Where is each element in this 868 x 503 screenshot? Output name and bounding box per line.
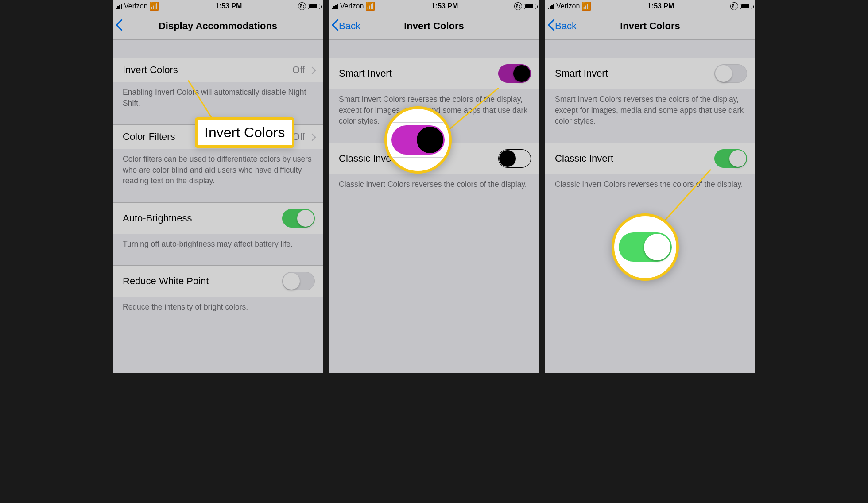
magnified-toggle-icon — [391, 125, 445, 155]
row-value: Off — [292, 64, 305, 76]
back-button[interactable] — [116, 21, 122, 31]
clock-label: 1:53 PM — [215, 2, 242, 10]
classic-invert-footer: Classic Invert Colors reverses the color… — [329, 174, 539, 190]
invert-colors-row[interactable]: Invert Colors Off — [113, 58, 323, 82]
wifi-icon: 📶 — [581, 1, 591, 11]
chevron-left-icon — [116, 21, 122, 31]
row-label: Reduce White Point — [123, 275, 209, 287]
reduce-white-point-toggle[interactable] — [282, 272, 315, 290]
signal-icon — [548, 4, 554, 9]
carrier-label: Verizon — [124, 2, 147, 10]
wifi-icon: 📶 — [149, 1, 159, 11]
carrier-label: Verizon — [340, 2, 364, 10]
battery-icon — [308, 4, 320, 9]
back-button[interactable]: Back — [548, 20, 577, 32]
status-bar: Verizon 📶 1:53 PM ↻ — [545, 0, 755, 12]
auto-brightness-footer: Turning off auto-brightness may affect b… — [113, 234, 323, 250]
row-label: Color Filters — [123, 131, 175, 143]
rotation-lock-icon: ↻ — [730, 2, 738, 10]
clock-label: 1:53 PM — [431, 2, 458, 10]
reduce-white-point-footer: Reduce the intensity of bright colors. — [113, 297, 323, 313]
auto-brightness-row: Auto-Brightness — [113, 202, 323, 234]
smart-invert-toggle[interactable] — [714, 64, 747, 83]
classic-invert-toggle[interactable] — [498, 149, 531, 168]
row-label: Smart Invert — [555, 68, 608, 79]
nav-bar: Display Accommodations — [113, 12, 323, 40]
nav-bar: Back Invert Colors — [545, 12, 755, 40]
phone-2-invert-colors-smart: Verizon 📶 1:53 PM ↻ Back Invert Colors — [329, 0, 539, 373]
battery-icon — [740, 4, 752, 9]
row-label: Smart Invert — [339, 68, 392, 79]
chevron-right-icon — [310, 131, 315, 143]
chevron-right-icon — [310, 64, 315, 76]
signal-icon — [332, 4, 338, 9]
auto-brightness-toggle[interactable] — [282, 209, 315, 228]
page-title: Display Accommodations — [159, 20, 277, 32]
smart-invert-footer: Smart Invert Colors reverses the colors … — [545, 89, 755, 127]
callout-badge: Invert Colors — [195, 117, 294, 148]
chevron-left-icon — [332, 21, 338, 31]
invert-colors-footer: Enabling Invert Colors will automaticall… — [113, 82, 323, 108]
magnifier-callout — [384, 106, 452, 174]
row-label: Auto-Brightness — [123, 213, 192, 224]
carrier-label: Verizon — [556, 2, 580, 10]
magnifier-callout — [612, 213, 679, 281]
chevron-left-icon — [548, 21, 554, 31]
nav-bar: Back Invert Colors — [329, 12, 539, 40]
wifi-icon: 📶 — [365, 1, 375, 11]
magnified-toggle-icon — [619, 232, 672, 262]
smart-invert-row: Smart Invert — [545, 58, 755, 89]
page-title: Invert Colors — [620, 20, 680, 32]
color-filters-footer: Color filters can be used to differentia… — [113, 149, 323, 186]
row-label: Classic Invert — [555, 153, 613, 164]
signal-icon — [116, 4, 122, 9]
phone-3-invert-colors-classic: Verizon 📶 1:53 PM ↻ Back Invert Colors — [545, 0, 755, 373]
classic-invert-footer: Classic Invert Colors reverses the color… — [545, 174, 755, 190]
rotation-lock-icon: ↻ — [298, 2, 306, 10]
classic-invert-row: Classic Invert — [545, 143, 755, 174]
status-bar: Verizon 📶 1:53 PM ↻ — [113, 0, 323, 12]
status-bar: Verizon 📶 1:53 PM ↻ — [329, 0, 539, 12]
clock-label: 1:53 PM — [647, 2, 674, 10]
classic-invert-toggle[interactable] — [714, 149, 747, 168]
back-button[interactable]: Back — [332, 20, 360, 32]
row-label: Invert Colors — [123, 64, 178, 76]
rotation-lock-icon: ↻ — [514, 2, 522, 10]
reduce-white-point-row: Reduce White Point — [113, 265, 323, 297]
phone-1-display-accommodations: Verizon 📶 1:53 PM ↻ Display Accommodatio… — [113, 0, 323, 373]
smart-invert-toggle[interactable] — [498, 64, 531, 83]
battery-icon — [524, 4, 536, 9]
page-title: Invert Colors — [404, 20, 464, 32]
smart-invert-row: Smart Invert — [329, 58, 539, 89]
